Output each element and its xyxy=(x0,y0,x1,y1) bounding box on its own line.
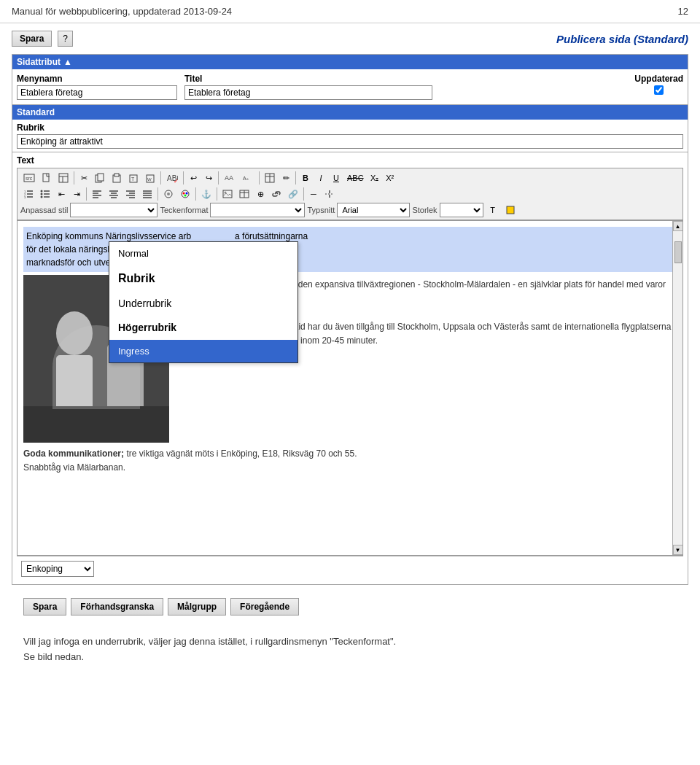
teckenformat-select[interactable] xyxy=(210,203,305,217)
anpassad-select[interactable] xyxy=(70,203,158,217)
table2-btn[interactable] xyxy=(236,187,252,201)
undo-btn[interactable]: ↩ xyxy=(186,171,201,185)
svg-text:3.: 3. xyxy=(24,195,26,199)
titel-input[interactable] xyxy=(184,85,432,100)
bold-btn[interactable]: B xyxy=(298,171,313,185)
footer-toolbar: Spara Förhandsgranska Målgrupp Föregåend… xyxy=(12,591,688,623)
standard-label: Standard xyxy=(17,107,55,117)
text-section: Text src ✂ xyxy=(12,152,688,584)
align-center-btn[interactable] xyxy=(106,187,122,201)
paste-btn[interactable] xyxy=(109,171,125,185)
copy-btn[interactable] xyxy=(92,171,108,185)
footer-text-1: Vill jag infoga en underrubrik, väljer j… xyxy=(23,634,677,650)
editor-para4-bold: Goda kommunikationer; xyxy=(23,448,124,459)
foregaende-button[interactable]: Föregående xyxy=(230,598,299,616)
find2-btn[interactable]: Aₐ xyxy=(239,171,257,185)
sep4 xyxy=(218,171,219,185)
toolbar-row-1: src ✂ xyxy=(20,170,680,186)
menynamn-input[interactable] xyxy=(17,85,177,100)
main-container: Spara ? Publicera sida (Standard) Sidatt… xyxy=(0,23,700,684)
ul-btn[interactable] xyxy=(37,187,53,201)
find-btn[interactable]: AA xyxy=(221,171,238,185)
template-btn[interactable] xyxy=(55,171,71,185)
dropdown-hogerrubrik[interactable]: Högerrubrik xyxy=(109,316,298,340)
dropdown-normal[interactable]: Normal xyxy=(109,242,298,265)
anchor-btn[interactable]: ⚓ xyxy=(198,187,214,201)
svg-point-30 xyxy=(41,190,43,193)
redo-btn[interactable]: ↪ xyxy=(201,171,216,185)
indent-btn[interactable]: ⇥ xyxy=(69,187,84,201)
editor-content: Enköping kommuns Näringslivsservice arb … xyxy=(18,221,682,481)
pencil-btn[interactable]: ✏ xyxy=(279,171,293,185)
align-left-btn[interactable] xyxy=(89,187,105,201)
help-button[interactable]: ? xyxy=(58,31,73,47)
storlek-select[interactable] xyxy=(440,203,483,217)
sep8 xyxy=(158,187,158,201)
spellcheck-btn[interactable]: ABC✓ xyxy=(163,171,181,185)
rubrik-label: Rubrik xyxy=(17,123,683,133)
link-btn[interactable] xyxy=(268,187,284,201)
svg-rect-69 xyxy=(23,406,169,443)
flash-btn[interactable]: ⊕ xyxy=(253,187,268,201)
sep7 xyxy=(86,187,87,201)
spara-top-button[interactable]: Spara xyxy=(12,31,52,47)
justify-btn[interactable] xyxy=(139,187,155,201)
sidattribut-label: Sidattribut xyxy=(17,57,61,67)
scroll-up-btn[interactable]: ▲ xyxy=(673,221,683,231)
footer-text-2: Se bild nedan. xyxy=(23,650,677,665)
align-right-btn[interactable] xyxy=(122,187,139,201)
style-btn[interactable] xyxy=(160,187,176,201)
text-label: Text xyxy=(17,155,683,166)
top-toolbar: Spara ? Publicera sida (Standard) xyxy=(12,31,688,47)
svg-text:W: W xyxy=(147,177,152,182)
scroll-down-btn[interactable]: ▼ xyxy=(673,545,683,555)
dropdown-underrubrik[interactable]: Underrubrik xyxy=(109,292,298,316)
titel-group: Titel xyxy=(184,74,432,100)
malgrupp-button[interactable]: Målgrupp xyxy=(168,598,226,616)
spara-footer-button[interactable]: Spara xyxy=(23,598,66,616)
sidattribut-fields: Menynamn Titel Uppdaterad xyxy=(12,69,688,105)
pagebreak-btn[interactable] xyxy=(322,187,338,201)
language-select[interactable]: Enkoping xyxy=(21,561,94,577)
svg-rect-9 xyxy=(114,174,119,176)
sep1 xyxy=(74,171,74,185)
svg-text:AA: AA xyxy=(225,174,233,182)
svg-rect-66 xyxy=(56,355,93,413)
source-btn[interactable]: src xyxy=(20,171,38,185)
scroll-thumb[interactable] xyxy=(674,241,682,263)
underline-btn[interactable]: U xyxy=(329,171,343,185)
paste-text-btn[interactable]: T xyxy=(125,171,141,185)
outdent-btn[interactable]: ⇤ xyxy=(54,187,69,201)
rubrik-input[interactable] xyxy=(17,134,683,149)
hr-btn[interactable]: ─ xyxy=(306,187,321,201)
color-btn[interactable] xyxy=(177,187,193,201)
uppdaterad-group: Uppdaterad xyxy=(634,74,683,95)
subscript-btn[interactable]: X₂ xyxy=(368,171,382,185)
svg-rect-7 xyxy=(98,174,104,181)
superscript-btn[interactable]: X² xyxy=(383,171,397,185)
editor-area[interactable]: Enköping kommuns Näringslivsservice arb … xyxy=(17,220,683,556)
dropdown-ingress[interactable]: Ingress xyxy=(109,340,298,363)
image-btn[interactable] xyxy=(219,187,236,201)
editor-para4-rest: tre viktiga vägnät möts i Enköping, E18,… xyxy=(126,448,357,459)
paste-word-btn[interactable]: W xyxy=(142,171,158,185)
svg-point-32 xyxy=(41,196,43,198)
cut-btn[interactable]: ✂ xyxy=(77,171,91,185)
svg-point-65 xyxy=(56,311,93,355)
svg-rect-63 xyxy=(507,206,514,214)
color-text-btn[interactable]: T xyxy=(486,203,500,217)
publish-title: Publicera sida (Standard) xyxy=(556,33,688,45)
color-bg-btn[interactable] xyxy=(502,203,518,217)
unlink-btn[interactable]: 🔗 xyxy=(285,187,301,201)
strikethrough-btn[interactable]: ABC xyxy=(344,171,367,185)
typsnitt-label: Typsnitt xyxy=(307,206,335,214)
newdoc-btn[interactable] xyxy=(39,171,55,185)
ol-btn[interactable]: 1.2.3. xyxy=(20,187,36,201)
sep9 xyxy=(195,187,196,201)
forhandsgranska-button[interactable]: Förhandsgranska xyxy=(71,598,163,616)
dropdown-rubrik[interactable]: Rubrik xyxy=(109,265,298,292)
italic-btn[interactable]: I xyxy=(314,171,328,185)
typsnitt-select[interactable]: Arial xyxy=(337,203,410,217)
table-btn[interactable] xyxy=(262,171,278,185)
uppdaterad-checkbox[interactable] xyxy=(634,85,683,95)
